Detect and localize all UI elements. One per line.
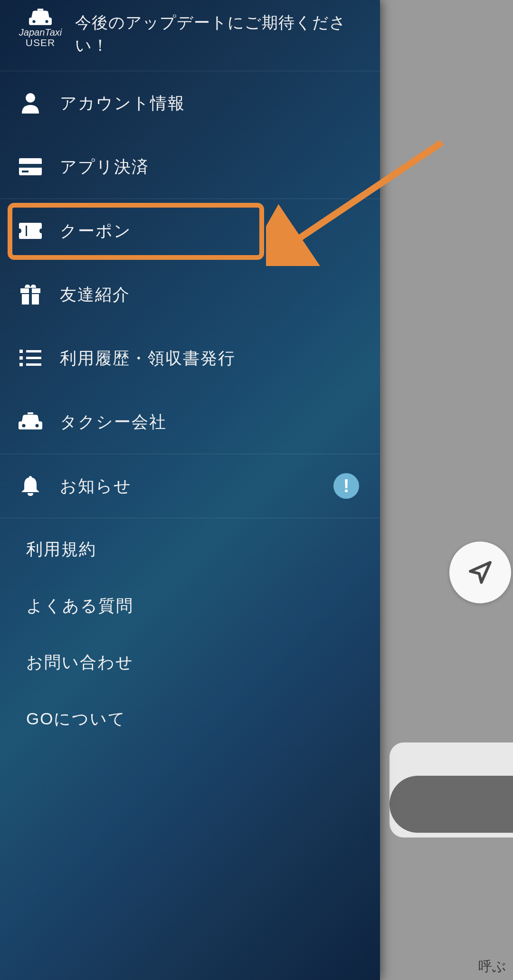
svg-rect-12 (26, 350, 41, 352)
menu-section-account: アカウント情報 アプリ決済 (0, 71, 380, 199)
svg-point-19 (36, 424, 39, 428)
app-logo: JapanTaxi USER (14, 9, 66, 48)
link-faq[interactable]: よくある質問 (26, 595, 354, 617)
call-button-fragment[interactable] (390, 776, 513, 833)
svg-rect-13 (19, 356, 23, 360)
svg-rect-11 (19, 350, 23, 353)
taxi-icon (17, 412, 44, 431)
menu-item-coupon[interactable]: クーポン (0, 199, 380, 263)
call-button-text-fragment: 呼ぶ (478, 957, 506, 976)
person-icon (17, 93, 44, 114)
link-terms[interactable]: 利用規約 (26, 538, 354, 561)
header-message: 今後のアップデートにご期待ください！ (66, 9, 366, 57)
gift-icon (17, 284, 44, 305)
menu-item-app-payment[interactable]: アプリ決済 (0, 135, 380, 199)
menu-label: アカウント情報 (60, 92, 185, 114)
menu-label: 利用履歴・領収書発行 (60, 347, 236, 370)
menu-label: 友達紹介 (60, 284, 130, 306)
footer-links: 利用規約 よくある質問 お問い合わせ GOについて (0, 518, 380, 749)
link-about-go[interactable]: GOについて (26, 708, 354, 730)
card-icon (17, 158, 44, 175)
taxi-icon (28, 9, 52, 27)
menu-label: お知らせ (60, 475, 132, 497)
svg-rect-15 (19, 363, 23, 366)
link-contact[interactable]: お問い合わせ (26, 651, 354, 674)
svg-rect-10 (29, 288, 32, 304)
svg-rect-0 (38, 9, 44, 10)
svg-rect-14 (26, 357, 41, 359)
notification-badge: ! (333, 473, 359, 499)
svg-rect-16 (26, 363, 41, 366)
menu-item-taxi-company[interactable]: タクシー会社 (0, 390, 380, 454)
menu-section-notifications: お知らせ ! (0, 454, 380, 518)
menu-label: タクシー会社 (60, 411, 167, 433)
navigation-arrow-icon (467, 559, 494, 586)
menu-item-account-info[interactable]: アカウント情報 (0, 71, 380, 135)
list-icon (17, 350, 44, 367)
menu-item-referral[interactable]: 友達紹介 (0, 263, 380, 326)
menu-section-services: クーポン 友達紹介 (0, 199, 380, 454)
svg-point-18 (22, 424, 26, 428)
svg-rect-7 (26, 226, 27, 236)
menu-label: クーポン (60, 220, 132, 242)
svg-rect-6 (22, 171, 28, 172)
drawer-header[interactable]: JapanTaxi USER 今後のアップデートにご期待ください！ (0, 0, 380, 71)
locate-me-button[interactable] (449, 542, 511, 603)
menu-item-history[interactable]: 利用履歴・領収書発行 (0, 326, 380, 390)
logo-brand-text: JapanTaxi (19, 28, 62, 37)
svg-rect-17 (28, 412, 33, 414)
menu-label: アプリ決済 (60, 156, 149, 178)
highlight-annotation (8, 203, 264, 260)
navigation-drawer: JapanTaxi USER 今後のアップデートにご期待ください！ アカウント情… (0, 0, 380, 980)
svg-rect-5 (19, 164, 42, 168)
svg-point-3 (26, 93, 35, 103)
logo-user-text: USER (26, 37, 55, 48)
coupon-icon (17, 223, 44, 239)
menu-item-notifications[interactable]: お知らせ ! (0, 454, 380, 518)
svg-point-1 (32, 20, 35, 23)
svg-point-2 (45, 20, 48, 23)
bell-icon (17, 475, 44, 497)
